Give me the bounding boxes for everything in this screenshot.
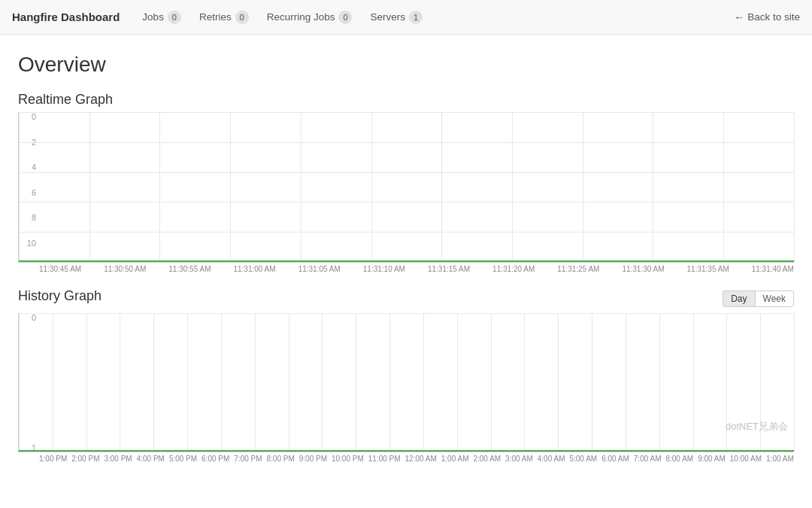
hgrid-v-9 — [322, 313, 323, 452]
x-label-rt-8: 11:31:25 AM — [557, 265, 599, 273]
realtime-baseline — [19, 260, 794, 262]
back-label: Back to site — [747, 11, 800, 23]
nav-recurring-badge: 0 — [338, 11, 352, 24]
grid-v-10 — [723, 112, 724, 262]
x-label-rt-5: 11:31:10 AM — [363, 265, 405, 273]
week-button[interactable]: Week — [755, 291, 794, 307]
nav-jobs-badge: 0 — [168, 11, 181, 24]
nav-jobs[interactable]: Jobs 0 — [135, 8, 189, 27]
realtime-graph-title: Realtime Graph — [18, 92, 794, 108]
x-label-h-17: 6:00 AM — [601, 455, 629, 463]
realtime-graph-section: Realtime Graph 10 8 6 4 2 0 — [18, 92, 794, 273]
hgrid-v-21 — [726, 313, 727, 452]
main-content: Overview Realtime Graph 10 8 6 4 2 0 — [0, 35, 812, 490]
x-label-h-12: 1:00 AM — [441, 455, 469, 463]
nav-retries[interactable]: Retries 0 — [192, 8, 256, 27]
x-label-rt-11: 11:31:40 AM — [752, 265, 794, 273]
x-label-h-22: 1:00 AM — [766, 455, 794, 463]
nav-items: Jobs 0 Retries 0 Recurring Jobs 0 Server… — [135, 8, 734, 27]
hgrid-v-6 — [221, 313, 222, 452]
x-label-h-19: 8:00 AM — [665, 455, 693, 463]
history-graph-title: History Graph — [18, 288, 102, 304]
hgrid-v-23 — [794, 313, 795, 452]
grid-h-0 — [19, 112, 794, 113]
hgrid-v-19 — [659, 313, 660, 452]
grid-h-4 — [19, 232, 794, 233]
nav-jobs-label: Jobs — [142, 11, 164, 23]
day-week-toggle: Day Week — [723, 291, 794, 307]
back-to-site[interactable]: ← Back to site — [734, 11, 800, 23]
nav-servers-badge: 1 — [409, 11, 423, 24]
grid-v-11 — [794, 112, 795, 262]
hgrid-v-8 — [289, 313, 289, 452]
history-baseline — [19, 450, 794, 452]
x-label-h-10: 11:00 PM — [368, 455, 401, 463]
x-label-h-6: 7:00 PM — [234, 455, 262, 463]
x-label-h-8: 9:00 PM — [299, 455, 327, 463]
navbar: Hangfire Dashboard Jobs 0 Retries 0 Recu… — [0, 0, 812, 35]
hgrid-v-11 — [389, 313, 390, 452]
nav-retries-label: Retries — [199, 11, 232, 23]
x-label-h-18: 7:00 AM — [634, 455, 662, 463]
hgrid-v-20 — [693, 313, 694, 452]
hgrid-v-0 — [19, 313, 20, 452]
nav-servers[interactable]: Servers 1 — [362, 8, 430, 27]
hgrid-v-1 — [53, 313, 53, 452]
x-label-h-21: 10:00 AM — [730, 455, 762, 463]
grid-v-9 — [653, 112, 653, 262]
hgrid-v-12 — [423, 313, 424, 452]
grid-h-1 — [19, 142, 794, 143]
grid-v-7 — [512, 112, 513, 262]
grid-v-2 — [159, 112, 160, 262]
watermark: dotNET兄弟会 — [726, 420, 788, 433]
x-label-rt-6: 11:31:15 AM — [428, 265, 470, 273]
x-label-h-11: 12:00 AM — [405, 455, 437, 463]
hgrid-v-14 — [491, 313, 492, 452]
history-graph-wrapper: 1 0 — [18, 313, 794, 463]
x-label-rt-7: 11:31:20 AM — [492, 265, 535, 273]
hgrid-v-3 — [120, 313, 120, 452]
hgrid-v-13 — [457, 313, 458, 452]
x-label-h-5: 6:00 PM — [201, 455, 229, 463]
nav-recurring-label: Recurring Jobs — [267, 11, 335, 23]
x-label-rt-1: 11:30:50 AM — [104, 265, 146, 273]
hgrid-v-4 — [153, 313, 154, 452]
history-graph-area: dotNET兄弟会 — [18, 313, 794, 452]
hgrid-v-16 — [558, 313, 559, 452]
nav-recurring[interactable]: Recurring Jobs 0 — [259, 8, 360, 27]
grid-h-2 — [19, 172, 794, 173]
realtime-graph-area — [18, 112, 794, 263]
x-label-rt-2: 11:30:55 AM — [168, 265, 211, 273]
grid-v-6 — [441, 112, 442, 262]
x-label-h-0: 1:00 PM — [39, 455, 67, 463]
x-label-h-15: 4:00 AM — [538, 455, 565, 463]
day-button[interactable]: Day — [723, 291, 755, 307]
x-label-rt-0: 11:30:45 AM — [39, 265, 81, 273]
grid-v-3 — [230, 112, 231, 262]
hgrid-v-17 — [592, 313, 592, 452]
back-icon: ← — [734, 11, 744, 23]
history-graph-section: History Graph Day Week 1 0 — [18, 288, 794, 463]
nav-servers-label: Servers — [370, 11, 405, 23]
grid-v-1 — [89, 112, 90, 262]
hgrid-h-0 — [19, 313, 794, 314]
x-label-h-9: 10:00 PM — [332, 455, 364, 463]
hgrid-v-22 — [760, 313, 761, 452]
grid-v-8 — [583, 112, 583, 262]
x-label-rt-10: 11:31:35 AM — [687, 265, 729, 273]
page-title: Overview — [18, 53, 794, 77]
history-header: History Graph Day Week — [18, 288, 794, 309]
grid-v-5 — [371, 112, 372, 262]
x-label-h-16: 5:00 AM — [569, 455, 597, 463]
hgrid-v-2 — [86, 313, 87, 452]
grid-v-0 — [19, 112, 20, 262]
x-label-h-1: 2:00 PM — [71, 455, 99, 463]
hgrid-v-15 — [524, 313, 525, 452]
brand-link[interactable]: Hangfire Dashboard — [12, 11, 120, 23]
realtime-graph-wrapper: 10 8 6 4 2 0 — [18, 112, 794, 273]
x-label-rt-9: 11:31:30 AM — [622, 265, 664, 273]
history-x-axis: 1:00 PM 2:00 PM 3:00 PM 4:00 PM 5:00 PM … — [39, 452, 794, 463]
x-label-h-14: 3:00 AM — [505, 455, 533, 463]
x-label-h-13: 2:00 AM — [473, 455, 501, 463]
x-label-h-20: 9:00 AM — [698, 455, 726, 463]
